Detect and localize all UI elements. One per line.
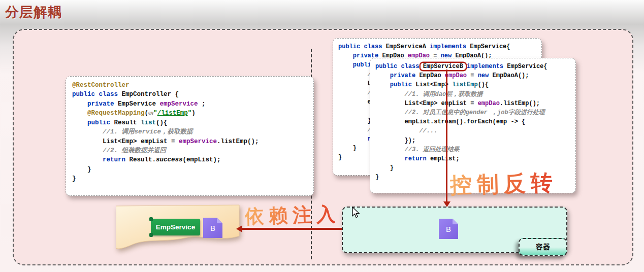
mouse-cursor-icon (352, 207, 360, 218)
bean-b-label: B (446, 225, 451, 233)
ioc-label: 控制反转 (449, 168, 558, 200)
slide: 分层解耦 @RestControllerpublic class EmpCont… (0, 0, 644, 272)
page-title: 分层解耦 (5, 3, 62, 21)
bean-b-label: B (210, 224, 215, 232)
ioc-container-box: B 容器 (342, 207, 567, 253)
bean-b-file-icon-note: B (203, 218, 222, 238)
di-label: 依赖注入 (244, 201, 340, 230)
ioc-arrow (446, 70, 447, 201)
di-arrow (242, 228, 342, 230)
code-box-empcontroller: @RestControllerpublic class EmpControlle… (66, 76, 314, 196)
empservice-tag-label: EmpService (156, 223, 195, 231)
bean-b-file-icon: B (439, 219, 458, 239)
empservice-interface-tag: EmpService (151, 219, 200, 235)
container-badge: 容器 (519, 238, 567, 256)
